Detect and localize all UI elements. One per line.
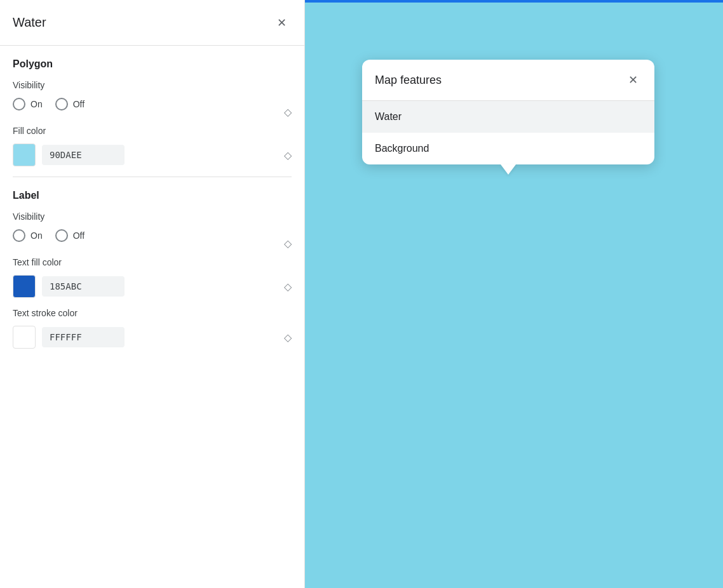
label-on-radio[interactable] bbox=[13, 229, 25, 242]
polygon-off-label: Off bbox=[73, 99, 84, 109]
popup-close-button[interactable]: ✕ bbox=[624, 71, 642, 89]
polygon-section: Polygon Visibility On Off ◇ Fill color bbox=[13, 58, 292, 166]
polygon-section-title: Polygon bbox=[13, 58, 292, 70]
polygon-on-option[interactable]: On bbox=[13, 98, 43, 110]
polygon-visibility-group: On Off bbox=[13, 98, 84, 110]
polygon-visibility-diamond-icon: ◇ bbox=[284, 106, 292, 118]
label-visibility-row: On Off ◇ bbox=[13, 229, 292, 257]
popup-title: Map features bbox=[375, 74, 442, 87]
text-stroke-color-label: Text stroke color bbox=[13, 308, 292, 318]
label-off-radio[interactable] bbox=[55, 229, 68, 242]
panel-header: Water ✕ bbox=[0, 0, 304, 46]
fill-color-input[interactable] bbox=[42, 145, 125, 165]
text-stroke-color-input[interactable] bbox=[42, 327, 125, 347]
text-fill-color-diamond-icon: ◇ bbox=[284, 281, 292, 293]
popup-item-water[interactable]: Water bbox=[362, 101, 654, 133]
polygon-off-option[interactable]: Off bbox=[55, 98, 84, 110]
fill-color-row: ◇ bbox=[13, 144, 292, 166]
fill-color-label: Fill color bbox=[13, 126, 292, 136]
popup-item-water-label: Water bbox=[375, 111, 402, 122]
left-panel: Water ✕ Polygon Visibility On Off bbox=[0, 0, 305, 588]
polygon-on-label: On bbox=[30, 99, 43, 109]
text-fill-color-input[interactable] bbox=[42, 276, 125, 297]
label-on-option[interactable]: On bbox=[13, 229, 43, 242]
label-visibility-diamond-icon: ◇ bbox=[284, 237, 292, 250]
text-fill-color-row: ◇ bbox=[13, 275, 292, 298]
panel-content: Polygon Visibility On Off ◇ Fill color bbox=[0, 46, 304, 588]
label-visibility-label: Visibility bbox=[13, 211, 292, 222]
text-stroke-color-diamond-icon: ◇ bbox=[284, 331, 292, 344]
label-section-title: Label bbox=[13, 190, 292, 201]
text-fill-color-label: Text fill color bbox=[13, 257, 292, 267]
popup-item-background-label: Background bbox=[375, 143, 429, 154]
map-panel: Map features ✕ Water Background bbox=[305, 0, 723, 588]
label-section: Label Visibility On Off ◇ Text fill colo… bbox=[13, 190, 292, 349]
popup-item-background[interactable]: Background bbox=[362, 133, 654, 164]
panel-title: Water bbox=[13, 15, 46, 30]
label-off-label: Off bbox=[73, 231, 84, 241]
text-fill-color-swatch[interactable] bbox=[13, 275, 36, 298]
popup-header: Map features ✕ bbox=[362, 60, 654, 101]
text-stroke-color-swatch[interactable] bbox=[13, 326, 36, 349]
label-visibility-group: On Off bbox=[13, 229, 84, 242]
close-icon: ✕ bbox=[277, 16, 287, 30]
fill-color-diamond-icon: ◇ bbox=[284, 149, 292, 161]
polygon-on-radio[interactable] bbox=[13, 98, 25, 110]
polygon-off-radio[interactable] bbox=[55, 98, 68, 110]
polygon-visibility-row: On Off ◇ bbox=[13, 98, 292, 126]
map-features-popup: Map features ✕ Water Background bbox=[362, 60, 654, 164]
fill-color-swatch[interactable] bbox=[13, 144, 36, 166]
label-off-option[interactable]: Off bbox=[55, 229, 84, 242]
polygon-visibility-label: Visibility bbox=[13, 80, 292, 90]
close-button[interactable]: ✕ bbox=[271, 13, 292, 33]
popup-close-icon: ✕ bbox=[628, 73, 638, 87]
label-on-label: On bbox=[30, 231, 43, 241]
text-stroke-color-row: ◇ bbox=[13, 326, 292, 349]
section-divider bbox=[13, 177, 292, 177]
